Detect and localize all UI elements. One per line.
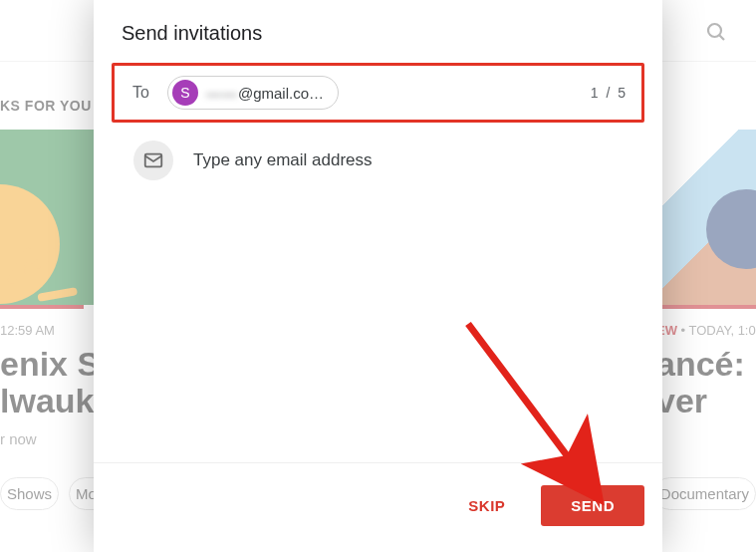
svg-line-1 (719, 35, 724, 40)
thumbnail (656, 130, 756, 305)
recipient-field-highlight: To S ——@gmail.co… 1 / 5 (112, 63, 644, 123)
dialog-footer: SKIP SEND (94, 462, 662, 552)
progress-bar (656, 305, 756, 309)
svg-point-0 (708, 24, 721, 37)
progress-bar (0, 305, 84, 309)
dialog-title: Send invitations (94, 0, 662, 63)
card-title: ancé: ver (656, 346, 756, 420)
content-card-right[interactable]: EW • TODAY, 1:0 ancé: ver (656, 130, 756, 420)
invite-counter: 1 / 5 (591, 85, 628, 101)
filter-chip[interactable]: Shows (0, 477, 59, 510)
section-heading-top-picks: KS FOR YOU (0, 98, 92, 114)
recipient-chip[interactable]: S ——@gmail.co… (167, 76, 339, 110)
filter-chip-row: Documentary (653, 477, 756, 510)
card-meta: EW • TODAY, 1:0 (656, 323, 756, 338)
send-invitations-dialog: Send invitations To S ——@gmail.co… 1 / 5… (94, 0, 662, 552)
mail-icon (133, 140, 173, 180)
search-icon[interactable] (704, 20, 728, 48)
filter-chip[interactable]: Documentary (653, 477, 756, 510)
avatar: S (172, 80, 198, 106)
email-input-placeholder: Type any email address (193, 150, 373, 170)
recipient-email: ——@gmail.co… (206, 85, 324, 102)
to-label: To (132, 84, 149, 102)
send-button[interactable]: SEND (541, 485, 644, 526)
email-input-row[interactable]: Type any email address (94, 123, 662, 180)
skip-button[interactable]: SKIP (458, 489, 515, 522)
